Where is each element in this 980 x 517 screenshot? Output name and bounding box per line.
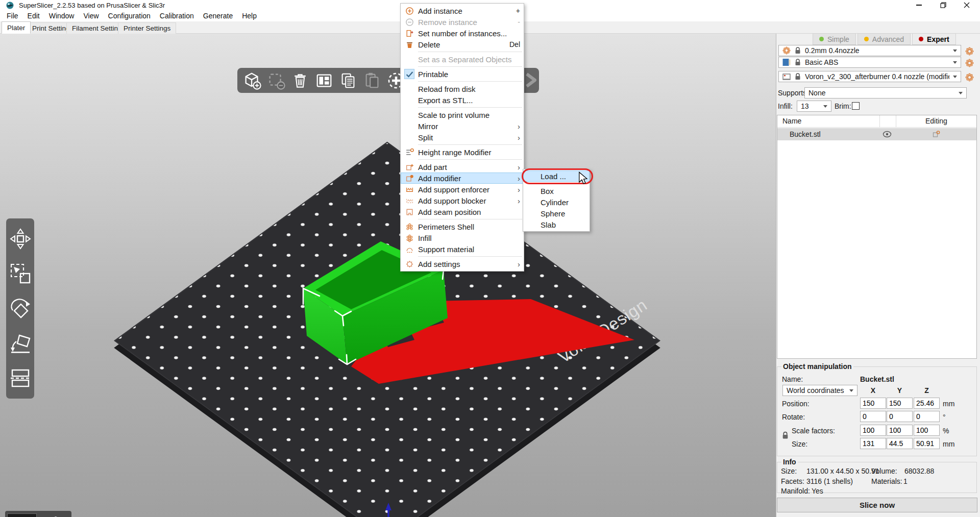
chevron-down-icon <box>953 50 957 52</box>
editing-icon[interactable] <box>932 130 940 138</box>
menu-generate[interactable]: Generate <box>199 11 237 21</box>
minimize-button[interactable] <box>908 0 930 10</box>
menu-item-printable[interactable]: Printable <box>401 68 524 80</box>
filament-gear-button[interactable] <box>964 58 974 68</box>
rotate-tool-button[interactable] <box>9 297 32 320</box>
menu-edit[interactable]: Edit <box>23 11 44 21</box>
submenu-item-sphere[interactable]: Sphere <box>523 208 590 219</box>
tab-plater[interactable]: Plater <box>2 21 31 34</box>
menu-item-height-range-modifier[interactable]: Height range Modifier <box>401 146 524 158</box>
menu-item-add-instance[interactable]: Add instance + <box>401 5 524 16</box>
print-settings-icon <box>782 46 791 55</box>
menu-calibration[interactable]: Calibration <box>155 11 199 21</box>
menu-item-set-instances[interactable]: Set number of instances... <box>401 28 524 39</box>
object-row-bucket[interactable]: Bucket.stl <box>777 128 976 140</box>
submenu-item-cylinder[interactable]: Cylinder <box>523 196 590 208</box>
menu-configuration[interactable]: Configuration <box>104 11 155 21</box>
visibility-eye-icon[interactable] <box>883 131 892 138</box>
cut-tool-button[interactable] <box>9 366 32 390</box>
scale-tool-button[interactable] <box>9 262 32 285</box>
manifold-value: Yes <box>812 487 823 495</box>
submenu-item-box[interactable]: Box <box>523 185 590 196</box>
add-button[interactable] <box>241 70 263 91</box>
print-settings-gear-button[interactable] <box>964 46 974 56</box>
rotate-z-field[interactable] <box>914 411 940 422</box>
scale-y-field[interactable] <box>887 425 913 436</box>
mode-advanced-button[interactable]: Advanced <box>857 33 911 45</box>
rotate-y-field[interactable] <box>887 411 913 422</box>
print-settings-preset-select[interactable]: 0.2mm 0.4nozzle <box>778 45 961 56</box>
position-y-field[interactable] <box>887 398 913 409</box>
filament-preset-select[interactable]: Basic ABS <box>778 57 961 68</box>
add-modifier-icon <box>401 174 418 183</box>
arrow-right-icon <box>522 71 539 89</box>
menu-item-add-settings[interactable]: Add settings › <box>401 258 524 269</box>
menu-item-add-seam-position[interactable]: Add seam position <box>401 206 524 217</box>
submenu-item-slab[interactable]: Slab <box>523 219 590 230</box>
menu-item-reload-from-disk[interactable]: Reload from disk <box>401 83 524 94</box>
menu-item-set-separated-objects[interactable]: Set as a Separated Objects <box>401 54 524 65</box>
menu-item-add-support-blocker[interactable]: Add support blocker › <box>401 195 524 206</box>
close-button[interactable] <box>955 0 978 10</box>
volume-label: Volume: <box>871 467 897 475</box>
menu-item-support-material[interactable]: Support material <box>401 243 524 255</box>
menu-item-remove-instance[interactable]: Remove instance - <box>401 16 524 28</box>
menu-item-infill[interactable]: Infill <box>401 232 524 243</box>
position-x-field[interactable] <box>860 398 886 409</box>
editor-view-button[interactable] <box>7 513 37 517</box>
size-z-field[interactable] <box>914 438 940 449</box>
uniform-scale-lock-icon[interactable] <box>781 431 789 440</box>
supports-select[interactable]: None <box>804 87 967 99</box>
infill-select[interactable]: 13 <box>797 101 831 112</box>
menu-item-add-modifier[interactable]: Add modifier › <box>401 173 524 184</box>
position-z-field[interactable] <box>914 398 940 409</box>
copy-button[interactable] <box>337 70 359 91</box>
menu-item-scale-to-print-volume[interactable]: Scale to print volume <box>401 109 524 120</box>
delete-all-button[interactable] <box>289 70 311 91</box>
menu-item-delete[interactable]: Delete Del <box>401 39 524 50</box>
arrange-button[interactable] <box>313 70 335 91</box>
maximize-button[interactable] <box>932 0 955 10</box>
scale-x-field[interactable] <box>860 425 886 436</box>
scale-z-field[interactable] <box>914 425 940 436</box>
coordinates-select[interactable]: World coordinates <box>782 385 857 396</box>
mode-expert-button[interactable]: Expert <box>912 33 956 45</box>
rotate-x-field[interactable] <box>860 411 886 422</box>
menu-help[interactable]: Help <box>237 11 261 21</box>
paste-button[interactable] <box>361 70 383 91</box>
size-x-field[interactable] <box>860 438 886 449</box>
remove-button[interactable] <box>265 70 287 91</box>
size-y-field[interactable] <box>887 438 913 449</box>
submenu-arrow-icon: › <box>515 174 520 183</box>
menu-item-split[interactable]: Split › <box>401 132 524 143</box>
menu-item-export-as-stl[interactable]: Export as STL... <box>401 94 524 106</box>
3d-viewport[interactable]: VoronDesign <box>0 34 776 517</box>
gear-icon <box>965 47 974 56</box>
scale-icon <box>9 262 32 285</box>
menu-item-mirror[interactable]: Mirror › <box>401 120 524 132</box>
menu-view[interactable]: View <box>79 11 103 21</box>
brim-checkbox[interactable] <box>852 102 860 110</box>
menu-separator <box>418 219 522 219</box>
place-on-face-tool-button[interactable] <box>9 332 32 355</box>
support-blocker-icon <box>401 196 418 205</box>
mode-simple-button[interactable]: Simple <box>813 33 856 45</box>
menu-separator <box>418 256 522 257</box>
axis-x-header: X <box>860 386 886 395</box>
right-sidebar: Simple Advanced Expert 0.2mm 0.4nozzle <box>776 34 980 517</box>
menu-item-add-support-enforcer[interactable]: Add support enforcer › <box>401 184 524 195</box>
slice-now-button[interactable]: Slice now <box>777 498 977 512</box>
menu-file[interactable]: File <box>2 11 23 21</box>
mode-switcher: Simple Advanced Expert <box>813 33 956 45</box>
menu-item-perimeters-shell[interactable]: Perimeters Shell <box>401 221 524 232</box>
menu-window[interactable]: Window <box>44 11 79 21</box>
object-name: Bucket.stl <box>790 130 821 138</box>
move-tool-button[interactable] <box>9 227 32 251</box>
tab-printer-settings[interactable]: Printer Settings <box>118 22 176 34</box>
printer-gear-button[interactable] <box>964 72 974 82</box>
printer-preset-select[interactable]: Voron_v2_300_afterburner 0.4 nozzle (mod… <box>778 71 961 82</box>
facets-label: Facets: <box>781 477 804 485</box>
trash-icon <box>291 71 309 90</box>
preview-view-button[interactable] <box>40 513 69 517</box>
menu-item-add-part[interactable]: Add part › <box>401 161 524 173</box>
